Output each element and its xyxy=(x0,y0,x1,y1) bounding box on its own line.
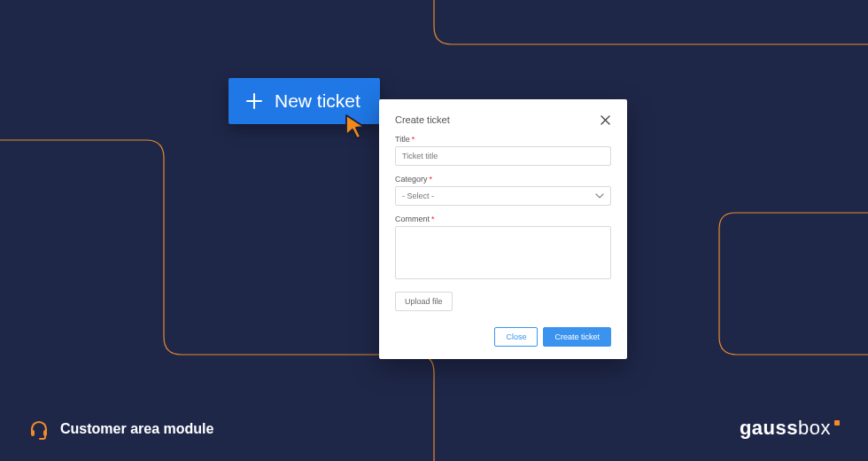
required-asterisk: * xyxy=(431,215,435,223)
required-asterisk: * xyxy=(412,135,415,144)
title-field: Title* xyxy=(395,135,611,166)
category-select[interactable]: - Select - xyxy=(395,186,611,206)
dialog-title: Create ticket xyxy=(395,114,450,125)
brand-prefix: gauss xyxy=(740,417,798,440)
plus-icon xyxy=(244,91,264,111)
create-ticket-button[interactable]: Create ticket xyxy=(543,327,611,347)
comment-label: Comment* xyxy=(395,215,611,223)
create-ticket-dialog: Create ticket Title* Category* - Select … xyxy=(379,99,627,359)
upload-file-button[interactable]: Upload file xyxy=(395,292,453,311)
svg-rect-1 xyxy=(43,430,47,436)
comment-field: Comment* xyxy=(395,215,611,281)
required-asterisk: * xyxy=(430,175,433,184)
category-selected-value: - Select - xyxy=(402,191,434,200)
headset-icon xyxy=(28,418,50,440)
chevron-down-icon xyxy=(595,193,604,199)
footer-module-label: Customer area module xyxy=(60,421,213,437)
category-field: Category* - Select - xyxy=(395,175,611,206)
close-icon[interactable] xyxy=(599,113,611,126)
dialog-header: Create ticket xyxy=(395,113,611,126)
comment-textarea[interactable] xyxy=(395,226,611,279)
new-ticket-label: New ticket xyxy=(275,90,360,112)
close-button[interactable]: Close xyxy=(494,327,538,347)
title-input[interactable] xyxy=(395,146,611,166)
dialog-actions: Close Create ticket xyxy=(395,327,611,347)
brand-logo: gaussbox xyxy=(740,417,840,440)
brand-suffix: box xyxy=(798,417,831,440)
category-label: Category* xyxy=(395,175,611,184)
brand-dot-icon xyxy=(834,420,840,426)
cursor-icon xyxy=(344,113,368,145)
svg-rect-0 xyxy=(31,430,35,436)
title-label: Title* xyxy=(395,135,611,144)
footer-module: Customer area module xyxy=(28,418,213,440)
